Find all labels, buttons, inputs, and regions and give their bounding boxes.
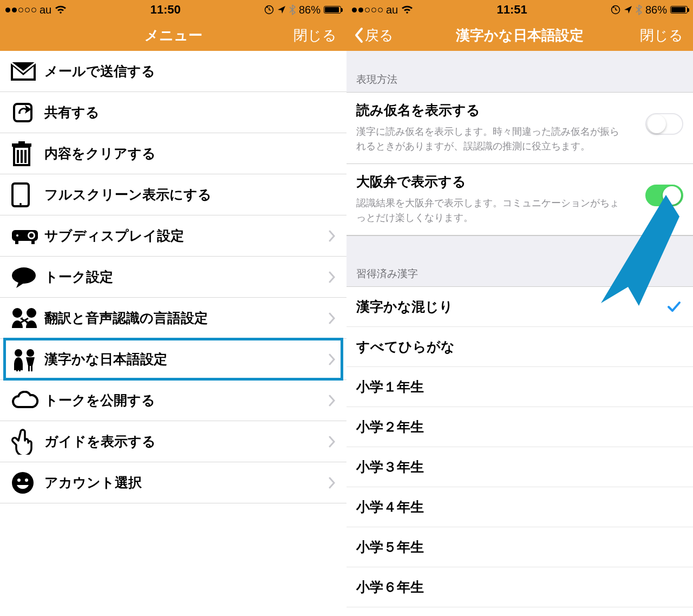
menu-item-label: トーク設定 — [44, 268, 328, 286]
clock: 11:50 — [150, 3, 180, 17]
chevron-right-icon — [328, 230, 336, 242]
spacer — [346, 235, 693, 260]
setting-row: 読み仮名を表示する漢字に読み仮名を表示します。時々間違った読み仮名が振られるとき… — [346, 93, 693, 164]
hand-icon — [11, 429, 44, 455]
menu-item-share[interactable]: 共有する — [0, 92, 346, 133]
svg-point-10 — [19, 203, 22, 205]
menu-item-label: 共有する — [44, 103, 336, 121]
menu-item-label: 内容をクリアする — [44, 145, 336, 162]
section-header-kanji-level: 習得済み漢字 — [346, 260, 693, 287]
close-button[interactable]: 閉じる — [293, 26, 337, 45]
svg-point-18 — [12, 308, 22, 318]
location-icon — [277, 5, 286, 14]
chevron-right-icon — [328, 395, 336, 407]
kanji-level-option[interactable]: 小学１年生 — [346, 367, 693, 407]
menu-item-smiley[interactable]: アカウント選択 — [0, 462, 346, 503]
chevron-right-icon — [328, 436, 336, 448]
chevron-right-icon — [328, 477, 336, 489]
menu-item-label: フルスクリーン表示にする — [44, 186, 336, 204]
kanji-level-option[interactable]: すべてひらがな — [346, 327, 693, 367]
setting-row: 大阪弁で表示する認識結果を大阪弁で表示します。コミュニケーションがちょっとだけ楽… — [346, 164, 693, 235]
svg-point-19 — [27, 308, 36, 318]
svg-rect-16 — [31, 241, 35, 244]
section-header-expression: 表現方法 — [346, 51, 693, 93]
menu-item-cloud[interactable]: トークを公開する — [0, 380, 346, 421]
menu-item-hand[interactable]: ガイドを表示する — [0, 421, 346, 462]
cloud-icon — [11, 391, 44, 410]
svg-point-13 — [29, 233, 34, 238]
option-label: 小学５年生 — [356, 538, 424, 556]
rotation-lock-icon — [264, 5, 274, 15]
kids-icon — [11, 348, 44, 371]
svg-rect-15 — [15, 241, 18, 244]
menu-item-fullscreen[interactable]: フルスクリーン表示にする — [0, 174, 346, 215]
cell-signal-icon — [352, 8, 383, 12]
battery-icon — [670, 6, 688, 14]
bluetooth-icon — [636, 4, 642, 15]
svg-point-17 — [12, 267, 36, 284]
menu-item-label: アカウント選択 — [44, 474, 328, 492]
menu-item-trash[interactable]: 内容をクリアする — [0, 133, 346, 174]
screen-kanji-settings: au 11:51 86% — [346, 0, 693, 616]
option-label: 小学６年生 — [356, 578, 424, 596]
svg-rect-9 — [12, 184, 29, 206]
option-label: すべてひらがな — [356, 338, 455, 356]
kanji-level-option[interactable]: 小学２年生 — [346, 407, 693, 447]
kanji-level-option[interactable]: 小学６年生 — [346, 567, 693, 607]
mail-icon — [11, 62, 44, 81]
menu-item-translate[interactable]: 翻訳と音声認識の言語設定 — [0, 298, 346, 339]
svg-rect-22 — [28, 366, 30, 371]
nav-bar: 戻る 漢字かな日本語設定 閉じる — [346, 19, 693, 51]
svg-rect-25 — [19, 366, 21, 371]
toggle-switch[interactable] — [645, 185, 683, 206]
kanji-level-option[interactable]: 小学３年生 — [346, 447, 693, 487]
status-bar: au 11:50 86% — [0, 0, 346, 19]
toggle-switch[interactable] — [645, 113, 683, 135]
chevron-left-icon — [354, 27, 364, 43]
screen-menu: au 11:50 86% メニュー — [0, 0, 346, 616]
svg-point-20 — [15, 349, 22, 357]
menu-item-projector[interactable]: サブディスプレイ設定 — [0, 215, 346, 257]
menu-item-label: トークを公開する — [44, 391, 328, 409]
option-label: 漢字かな混じり — [356, 298, 453, 316]
kanji-level-option[interactable]: 小学５年生 — [346, 527, 693, 567]
chevron-right-icon — [328, 271, 336, 283]
battery-icon — [324, 6, 341, 14]
clock: 11:51 — [496, 3, 527, 17]
kanji-level-option[interactable]: 漢字かな混じり — [346, 287, 693, 327]
setting-title: 大阪弁で表示する — [356, 173, 683, 191]
chevron-right-icon — [328, 312, 336, 324]
back-button[interactable]: 戻る — [354, 26, 394, 45]
svg-rect-5 — [18, 141, 25, 143]
status-bar: au 11:51 86% — [346, 0, 693, 19]
fullscreen-icon — [11, 182, 44, 208]
translate-icon — [11, 306, 44, 330]
option-label: 小学２年生 — [356, 418, 424, 436]
menu-item-talk[interactable]: トーク設定 — [0, 257, 346, 298]
battery-pct: 86% — [299, 4, 321, 16]
nav-bar: メニュー 閉じる — [0, 19, 346, 51]
close-button[interactable]: 閉じる — [640, 26, 683, 45]
projector-icon — [11, 227, 44, 245]
svg-point-28 — [25, 479, 28, 482]
option-label: 小学３年生 — [356, 458, 424, 476]
menu-item-kids[interactable]: 漢字かな日本語設定 — [0, 339, 346, 380]
svg-point-21 — [27, 349, 34, 357]
battery-pct: 86% — [645, 4, 667, 16]
smiley-icon — [11, 471, 44, 495]
rotation-lock-icon — [611, 5, 620, 15]
svg-rect-24 — [16, 366, 18, 371]
kanji-level-option[interactable]: 小学４年生 — [346, 487, 693, 527]
carrier-label: au — [386, 4, 398, 16]
location-icon — [624, 5, 632, 14]
menu-item-label: ガイドを表示する — [44, 432, 328, 450]
menu-item-mail[interactable]: メールで送信する — [0, 51, 346, 92]
option-label: 小学４年生 — [356, 498, 424, 516]
setting-description: 認識結果を大阪弁で表示します。コミュニケーションがちょっとだけ楽しくなります。 — [356, 196, 683, 225]
talk-icon — [11, 266, 44, 288]
setting-title: 読み仮名を表示する — [356, 101, 683, 119]
chevron-right-icon — [328, 353, 336, 365]
menu-item-label: サブディスプレイ設定 — [44, 227, 328, 245]
wifi-icon — [401, 5, 413, 14]
menu-item-label: メールで送信する — [44, 62, 336, 80]
